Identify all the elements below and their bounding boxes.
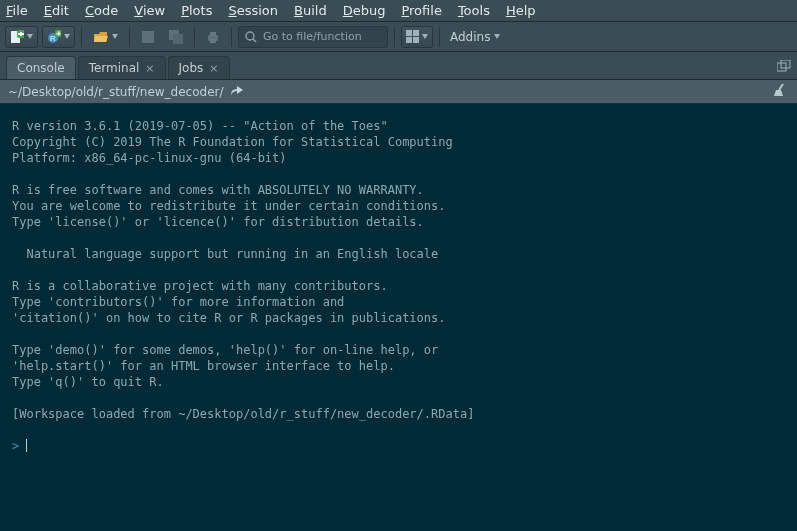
toolbar: R Go to file/function Addins: [0, 22, 797, 52]
toolbar-separator: [194, 27, 195, 47]
svg-marker-10: [64, 34, 70, 39]
svg-point-18: [246, 32, 254, 40]
dropdown-icon: [422, 34, 428, 40]
menu-build[interactable]: Build: [294, 3, 327, 18]
close-icon[interactable]: ×: [209, 62, 218, 75]
save-all-button[interactable]: [164, 26, 188, 48]
tab-label: Terminal: [89, 61, 140, 75]
working-directory-path: ~/Desktop/old/r_stuff/new_decoder/: [8, 85, 224, 99]
toolbar-separator: [439, 27, 440, 47]
menu-debug[interactable]: Debug: [343, 3, 386, 18]
menu-profile[interactable]: Profile: [401, 3, 441, 18]
clear-console-button[interactable]: [773, 83, 789, 100]
menu-plots[interactable]: Plots: [181, 3, 212, 18]
menu-tools[interactable]: Tools: [458, 3, 490, 18]
svg-rect-12: [142, 31, 154, 43]
dropdown-icon: [27, 34, 33, 40]
pane-minmax-button[interactable]: [777, 60, 791, 75]
menu-session[interactable]: Session: [228, 3, 278, 18]
console-text: R version 3.6.1 (2019-07-05) -- "Action …: [12, 119, 474, 421]
goto-file-function-input[interactable]: Go to file/function: [238, 26, 388, 48]
grid-icon: [406, 30, 419, 43]
tab-label: Console: [17, 61, 65, 75]
save-all-icon: [169, 30, 183, 44]
svg-rect-3: [18, 33, 24, 35]
addins-menu[interactable]: Addins: [446, 30, 504, 44]
arrow-share-icon: [230, 84, 244, 96]
console-path-bar: ~/Desktop/old/r_stuff/new_decoder/: [0, 80, 797, 104]
svg-rect-21: [413, 30, 419, 36]
new-file-button[interactable]: [5, 26, 38, 48]
text-cursor: [26, 439, 27, 452]
toolbar-separator: [129, 27, 130, 47]
addins-label: Addins: [450, 30, 490, 44]
broom-icon: [773, 83, 789, 97]
close-icon[interactable]: ×: [145, 62, 154, 75]
menu-bar: File Edit Code View Plots Session Build …: [0, 0, 797, 22]
menu-file[interactable]: File: [6, 3, 28, 18]
open-file-button[interactable]: [88, 26, 123, 48]
svg-rect-20: [406, 30, 412, 36]
menu-code[interactable]: Code: [85, 3, 118, 18]
tab-console[interactable]: Console: [6, 56, 76, 79]
tab-label: Jobs: [179, 61, 204, 75]
tab-terminal[interactable]: Terminal ×: [78, 56, 166, 79]
new-file-icon: [10, 30, 24, 44]
svg-rect-22: [406, 37, 412, 43]
svg-marker-4: [27, 34, 33, 39]
toolbar-separator: [394, 27, 395, 47]
print-button[interactable]: [201, 26, 225, 48]
console-output[interactable]: R version 3.6.1 (2019-07-05) -- "Action …: [0, 104, 797, 531]
svg-marker-25: [494, 34, 500, 39]
new-project-button[interactable]: R: [42, 26, 75, 48]
menu-edit[interactable]: Edit: [44, 3, 69, 18]
save-button[interactable]: [136, 26, 160, 48]
search-icon: [245, 31, 257, 43]
svg-rect-9: [57, 33, 61, 35]
window-restore-icon: [777, 60, 791, 72]
tab-jobs[interactable]: Jobs ×: [168, 56, 230, 79]
dropdown-icon: [64, 34, 70, 40]
svg-rect-23: [413, 37, 419, 43]
dropdown-icon: [112, 34, 118, 40]
svg-rect-14: [173, 34, 183, 44]
open-directory-button[interactable]: [230, 84, 244, 99]
workspace-panes-button[interactable]: [401, 26, 433, 48]
folder-open-icon: [93, 30, 109, 44]
svg-marker-11: [112, 34, 118, 39]
pane-tabstrip: Console Terminal × Jobs ×: [0, 52, 797, 80]
print-icon: [206, 30, 220, 44]
svg-line-28: [779, 84, 783, 90]
svg-rect-16: [210, 32, 216, 36]
svg-marker-24: [422, 34, 428, 39]
goto-placeholder: Go to file/function: [263, 30, 362, 43]
menu-view[interactable]: View: [134, 3, 165, 18]
menu-help[interactable]: Help: [506, 3, 536, 18]
dropdown-icon: [494, 34, 500, 40]
save-icon: [141, 30, 155, 44]
svg-rect-17: [210, 39, 216, 43]
new-project-icon: R: [47, 30, 61, 44]
svg-line-19: [253, 39, 256, 42]
toolbar-separator: [81, 27, 82, 47]
console-prompt: >: [12, 439, 19, 453]
toolbar-separator: [231, 27, 232, 47]
